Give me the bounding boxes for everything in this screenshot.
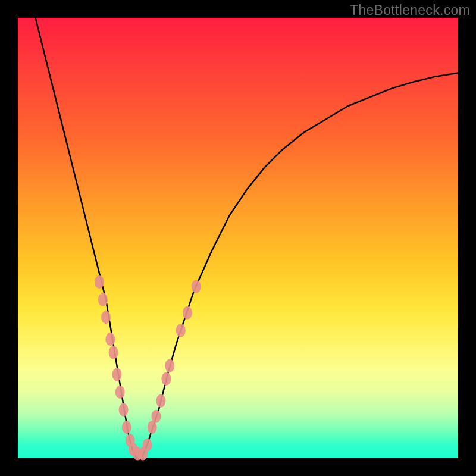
curve-marker (165, 359, 174, 372)
bottleneck-curve (36, 18, 458, 458)
curve-marker (183, 306, 192, 320)
curve-marker (122, 421, 131, 434)
curve-marker (119, 403, 129, 416)
curve-marker (151, 410, 161, 423)
curve-marker (95, 275, 104, 289)
chart-container: TheBottleneck.com (0, 0, 476, 476)
curve-svg (18, 18, 458, 458)
curve-marker (105, 333, 115, 346)
curve-marker (101, 311, 111, 324)
curve-marker (161, 372, 171, 386)
curve-marker (143, 439, 152, 452)
curve-marker (156, 394, 166, 408)
curve-marker (115, 386, 125, 399)
curve-marker (192, 280, 201, 293)
curve-marker (112, 368, 122, 381)
curve-marker (109, 346, 118, 359)
watermark-text: TheBottleneck.com (350, 2, 470, 18)
curve-marker (176, 324, 186, 337)
marker-group (95, 275, 201, 461)
curve-marker (98, 293, 108, 306)
plot-area (18, 18, 458, 458)
